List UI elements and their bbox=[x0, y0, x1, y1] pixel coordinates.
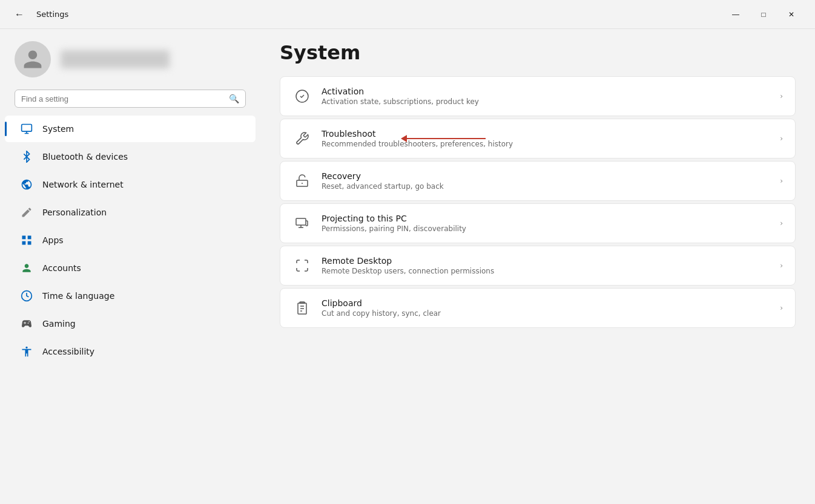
svg-rect-0 bbox=[22, 125, 32, 132]
sidebar-item-system-label: System bbox=[42, 124, 74, 134]
sidebar-item-gaming[interactable]: Gaming bbox=[5, 310, 256, 337]
system-icon bbox=[19, 122, 34, 136]
recovery-card[interactable]: Recovery Reset, advanced startup, go bac… bbox=[280, 161, 796, 201]
troubleshoot-card[interactable]: Troubleshoot Recommended troubleshooters… bbox=[280, 119, 796, 159]
sidebar-item-personalization-label: Personalization bbox=[42, 208, 107, 217]
accounts-icon bbox=[19, 261, 34, 275]
window-controls: — □ ✕ bbox=[722, 5, 805, 24]
sidebar-item-bluetooth[interactable]: Bluetooth & devices bbox=[5, 143, 256, 170]
user-name bbox=[61, 50, 170, 68]
search-button[interactable]: 🔍 bbox=[229, 94, 239, 103]
sidebar: 🔍 System Bluetooth & devices Network & i… bbox=[0, 29, 260, 504]
clipboard-subtitle: Cut and copy history, sync, clear bbox=[322, 309, 770, 318]
troubleshoot-icon bbox=[292, 129, 312, 148]
projecting-title: Projecting to this PC bbox=[322, 214, 770, 223]
sidebar-item-network[interactable]: Network & internet bbox=[5, 171, 256, 198]
avatar[interactable] bbox=[15, 41, 51, 77]
remote-desktop-subtitle: Remote Desktop users, connection permiss… bbox=[322, 267, 770, 275]
sidebar-item-time-label: Time & language bbox=[42, 291, 114, 301]
sidebar-item-accessibility[interactable]: Accessibility bbox=[5, 338, 256, 365]
sidebar-item-accounts-label: Accounts bbox=[42, 263, 81, 273]
user-icon bbox=[22, 48, 44, 70]
sidebar-item-network-label: Network & internet bbox=[42, 180, 124, 189]
activation-icon bbox=[292, 87, 312, 106]
maximize-button[interactable]: □ bbox=[750, 5, 777, 24]
sidebar-item-time[interactable]: Time & language bbox=[5, 283, 256, 309]
remote-desktop-card[interactable]: Remote Desktop Remote Desktop users, con… bbox=[280, 246, 796, 286]
arrow-head bbox=[401, 135, 407, 142]
time-icon bbox=[19, 289, 34, 303]
svg-rect-1 bbox=[22, 236, 26, 240]
projecting-chevron: › bbox=[780, 219, 783, 227]
sidebar-item-system[interactable]: System bbox=[5, 116, 256, 142]
title-bar: ← Settings — □ ✕ bbox=[0, 0, 815, 29]
svg-rect-3 bbox=[22, 241, 26, 245]
activation-title: Activation bbox=[322, 87, 770, 96]
recovery-title: Recovery bbox=[322, 171, 770, 181]
activation-text: Activation Activation state, subscriptio… bbox=[322, 87, 770, 106]
accessibility-icon bbox=[19, 344, 34, 359]
search-box[interactable]: 🔍 bbox=[15, 90, 246, 108]
troubleshoot-title: Troubleshoot bbox=[322, 129, 770, 139]
title-bar-left: ← Settings bbox=[10, 5, 68, 24]
activation-chevron: › bbox=[780, 92, 783, 100]
apps-icon bbox=[19, 233, 34, 247]
sidebar-item-accounts[interactable]: Accounts bbox=[5, 255, 256, 281]
projecting-card[interactable]: Projecting to this PC Permissions, pairi… bbox=[280, 203, 796, 243]
arrow-line bbox=[407, 138, 486, 139]
svg-rect-8 bbox=[296, 218, 306, 225]
app-body: 🔍 System Bluetooth & devices Network & i… bbox=[0, 29, 815, 504]
back-button[interactable]: ← bbox=[10, 5, 29, 24]
projecting-icon bbox=[292, 214, 312, 233]
sidebar-item-apps-label: Apps bbox=[42, 235, 64, 245]
gaming-icon bbox=[19, 316, 34, 331]
sidebar-item-bluetooth-label: Bluetooth & devices bbox=[42, 152, 128, 162]
projecting-text: Projecting to this PC Permissions, pairi… bbox=[322, 214, 770, 233]
bluetooth-icon bbox=[19, 149, 34, 164]
user-section bbox=[0, 29, 260, 87]
sidebar-item-personalization[interactable]: Personalization bbox=[5, 199, 256, 226]
troubleshoot-subtitle: Recommended troubleshooters, preferences… bbox=[322, 140, 770, 148]
clipboard-icon bbox=[292, 298, 312, 318]
clipboard-card[interactable]: Clipboard Cut and copy history, sync, cl… bbox=[280, 288, 796, 328]
troubleshoot-chevron: › bbox=[780, 134, 783, 143]
projecting-subtitle: Permissions, pairing PIN, discoverabilit… bbox=[322, 224, 770, 233]
arrow-annotation bbox=[401, 135, 486, 142]
recovery-icon bbox=[292, 171, 312, 191]
settings-list: Activation Activation state, subscriptio… bbox=[280, 76, 796, 328]
sidebar-item-apps[interactable]: Apps bbox=[5, 227, 256, 254]
troubleshoot-text: Troubleshoot Recommended troubleshooters… bbox=[322, 129, 770, 148]
clipboard-title: Clipboard bbox=[322, 298, 770, 308]
personalization-icon bbox=[19, 205, 34, 220]
recovery-chevron: › bbox=[780, 177, 783, 185]
app-title: Settings bbox=[36, 10, 68, 19]
remote-desktop-chevron: › bbox=[780, 261, 783, 270]
page-title: System bbox=[280, 41, 796, 64]
recovery-subtitle: Reset, advanced startup, go back bbox=[322, 182, 770, 191]
svg-rect-4 bbox=[28, 241, 31, 245]
remote-desktop-text: Remote Desktop Remote Desktop users, con… bbox=[322, 256, 770, 275]
search-input[interactable] bbox=[21, 94, 224, 103]
svg-rect-2 bbox=[28, 236, 31, 240]
remote-desktop-icon bbox=[292, 256, 312, 275]
sidebar-item-gaming-label: Gaming bbox=[42, 319, 76, 329]
minimize-button[interactable]: — bbox=[722, 5, 750, 24]
sidebar-item-accessibility-label: Accessibility bbox=[42, 347, 94, 356]
recovery-text: Recovery Reset, advanced startup, go bac… bbox=[322, 171, 770, 191]
remote-desktop-title: Remote Desktop bbox=[322, 256, 770, 266]
main-content: System Activation Activation state, subs… bbox=[260, 29, 815, 504]
clipboard-text: Clipboard Cut and copy history, sync, cl… bbox=[322, 298, 770, 318]
activation-subtitle: Activation state, subscriptions, product… bbox=[322, 97, 770, 106]
network-icon bbox=[19, 177, 34, 192]
activation-card[interactable]: Activation Activation state, subscriptio… bbox=[280, 76, 796, 116]
clipboard-chevron: › bbox=[780, 304, 783, 312]
close-button[interactable]: ✕ bbox=[777, 5, 805, 24]
